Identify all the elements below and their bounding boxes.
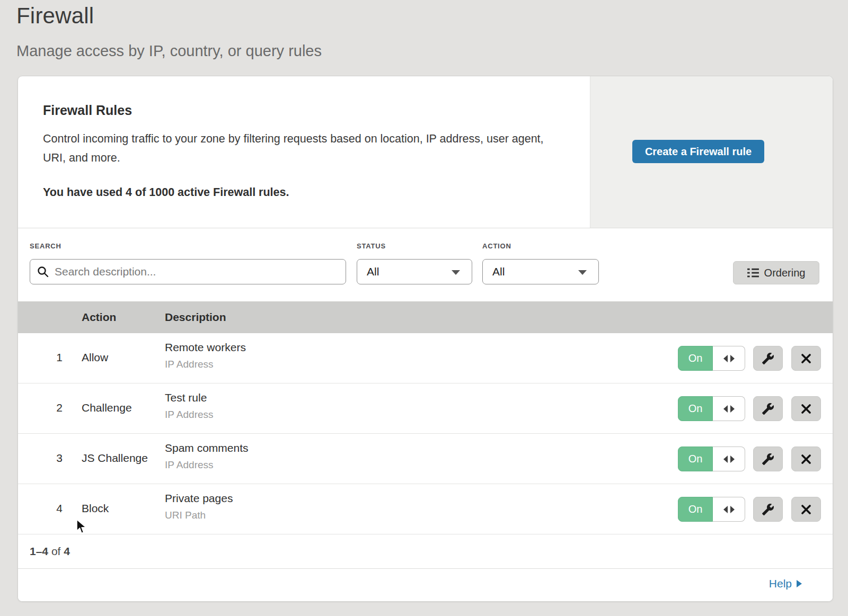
triangle-right-icon — [730, 405, 735, 413]
edit-rule-button[interactable] — [753, 396, 783, 421]
rule-priority: 2 — [49, 401, 70, 414]
triangle-left-icon — [723, 506, 728, 513]
rule-priority: 1 — [49, 351, 70, 364]
card-description: Control incoming traffic to your zone by… — [43, 129, 552, 167]
rule-enabled-toggle[interactable]: On — [678, 497, 745, 522]
toggle-on-label: On — [678, 346, 713, 371]
rule-enabled-toggle[interactable]: On — [678, 346, 745, 371]
table-header: Action Description — [18, 301, 833, 333]
wrench-icon — [762, 352, 774, 365]
rule-action: JS Challenge — [82, 452, 148, 465]
pagination-of: of — [51, 545, 61, 557]
help-link[interactable]: Help — [769, 577, 802, 590]
delete-rule-button[interactable] — [791, 497, 821, 522]
list-icon — [747, 267, 759, 278]
edit-rule-button[interactable] — [753, 447, 783, 471]
rule-match-type: IP Address — [165, 459, 214, 471]
triangle-right-icon — [730, 355, 735, 362]
edit-rule-button[interactable] — [753, 497, 783, 522]
pagination-text: 1–4 of 4 — [30, 545, 70, 558]
ordering-button[interactable]: Ordering — [733, 261, 819, 284]
search-input[interactable] — [30, 259, 346, 284]
delete-rule-button[interactable] — [791, 447, 821, 471]
triangle-left-icon — [723, 405, 728, 413]
search-label: SEARCH — [30, 242, 61, 250]
rule-description: Test rule — [165, 391, 207, 404]
toggle-handle[interactable] — [713, 497, 745, 522]
firewall-rules-card: Firewall Rules Control incoming traffic … — [17, 76, 833, 602]
wrench-icon — [762, 503, 774, 516]
help-link-label: Help — [769, 577, 792, 590]
table-row: 3 JS Challenge Spam comments IP Address … — [18, 434, 833, 484]
toggle-on-label: On — [678, 396, 713, 421]
toggle-handle[interactable] — [713, 346, 745, 371]
rule-action: Block — [82, 502, 109, 515]
triangle-left-icon — [723, 355, 728, 362]
ordering-button-label: Ordering — [764, 267, 806, 279]
action-select[interactable]: All — [482, 259, 599, 284]
toggle-handle[interactable] — [713, 396, 745, 421]
toggle-on-label: On — [678, 497, 713, 522]
chevron-down-icon — [452, 270, 460, 275]
chevron-down-icon — [578, 270, 587, 275]
rule-action: Allow — [82, 351, 108, 364]
rule-match-type: IP Address — [165, 409, 214, 421]
page-title: Firewall — [16, 3, 94, 29]
card-heading: Firewall Rules — [43, 103, 132, 118]
triangle-left-icon — [723, 456, 728, 463]
firewall-page: Firewall Manage access by IP, country, o… — [0, 0, 848, 616]
rule-description: Spam comments — [165, 442, 249, 454]
table-row: 2 Challenge Test rule IP Address On — [18, 383, 833, 434]
help-arrow-icon — [797, 580, 802, 587]
close-icon — [800, 453, 812, 465]
create-rule-panel: Create a Firewall rule — [590, 76, 833, 228]
rule-enabled-toggle[interactable]: On — [678, 447, 745, 471]
rule-priority: 3 — [49, 452, 70, 465]
intro-section: Firewall Rules Control incoming traffic … — [18, 76, 833, 228]
create-firewall-rule-button[interactable]: Create a Firewall rule — [632, 140, 764, 163]
rule-match-type: URI Path — [165, 510, 206, 521]
rule-enabled-toggle[interactable]: On — [678, 396, 745, 421]
rule-description: Remote workers — [165, 341, 246, 354]
close-icon — [800, 403, 812, 415]
rule-description: Private pages — [165, 492, 233, 505]
column-header-description: Description — [165, 301, 226, 333]
rule-action: Challenge — [82, 401, 132, 414]
search-field-wrap — [30, 259, 346, 284]
status-label: STATUS — [357, 242, 386, 250]
triangle-right-icon — [730, 506, 735, 513]
delete-rule-button[interactable] — [791, 396, 821, 421]
wrench-icon — [762, 453, 774, 466]
usage-note: You have used 4 of 1000 active Firewall … — [43, 186, 289, 199]
table-row: 4 Block Private pages URI Path On — [18, 484, 833, 534]
column-header-action: Action — [82, 301, 116, 333]
page-subtitle: Manage access by IP, country, or query r… — [16, 42, 322, 60]
action-label: ACTION — [482, 242, 511, 250]
wrench-icon — [762, 403, 774, 415]
toggle-handle[interactable] — [713, 447, 745, 471]
toggle-on-label: On — [678, 447, 713, 471]
triangle-right-icon — [730, 456, 735, 463]
close-icon — [800, 504, 812, 515]
table-row: 1 Allow Remote workers IP Address On — [18, 333, 833, 383]
pagination-total: 4 — [64, 545, 70, 557]
delete-rule-button[interactable] — [791, 346, 821, 371]
pagination-bar: 1–4 of 4 — [18, 534, 833, 569]
status-select[interactable]: All — [357, 259, 472, 284]
close-icon — [800, 353, 812, 364]
rule-priority: 4 — [49, 502, 70, 515]
rule-match-type: IP Address — [165, 359, 214, 370]
card-footer: Help — [18, 569, 833, 602]
edit-rule-button[interactable] — [753, 346, 783, 371]
action-selected-value: All — [492, 265, 505, 278]
pagination-range: 1–4 — [30, 545, 48, 557]
status-selected-value: All — [367, 265, 379, 278]
filter-bar: SEARCH STATUS All ACTION All — [18, 228, 833, 301]
